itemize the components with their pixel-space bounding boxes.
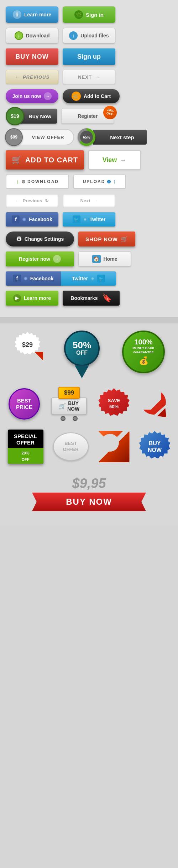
arrow-right-icon: → [95,74,100,80]
view-offer-wrap[interactable]: $99 VIEW OFFER [6,129,74,145]
special-offer-badge: SPECIALOFFER 20%OFF [8,430,43,464]
buy-now-ribbon[interactable]: BUY NOW [32,493,146,511]
twitter-button[interactable]: 🐦 Twitter [63,212,115,227]
facebook-button[interactable]: f Facebook [6,212,58,227]
progress-circle: 65% [78,128,95,146]
facebook-combo-part[interactable]: f Facebook [6,271,61,286]
previous-flat-button[interactable]: ← Previous ↻ [6,194,58,207]
indicator-dot-blue [107,180,111,183]
facebook-combo-icon: f [13,275,21,282]
red-arrow-decoration [141,390,169,418]
bookmark-ribbon-icon: 🔖 [102,293,112,303]
arrow-left-icon: ← [15,74,20,80]
leaf-icon: 🌿 [74,10,83,19]
money-back-badge: 100% MONEY BACKGUARANTEE 💰 [122,331,165,373]
facebook-twitter-combo[interactable]: f Facebook Twitter 🐦 [6,271,116,286]
bookmarks-button[interactable]: Bookmarks 🔖 [63,291,120,306]
big-price-section: $9,95 BUY NOW [6,472,172,518]
indicator-dot [22,180,25,183]
view-offer-label: VIEW OFFER [23,135,73,140]
fifty-off-badge: 50% OFF [62,331,101,378]
best-price-badge: BEST PRICE [9,388,40,420]
register-wrap: Register 20%OFF [61,109,114,124]
arrow-view-icon: → [120,156,127,164]
price-badge: $19 [6,107,24,125]
cart-icon: 🛒 [72,92,81,101]
shop-now-button[interactable]: SHOP NOW 🛒 [78,232,135,246]
price-99-buy-wrap: $99 🛒 BUYNOW [51,387,87,421]
info-icon: ℹ [13,10,21,19]
price-circle: $99 [5,128,23,146]
best-offer-badge: BEST OFFER [53,432,89,461]
dot-indicator-fb2 [24,277,27,280]
learn-more-green-button[interactable]: ▶ Learn more [6,291,58,306]
twitter-icon: 🐦 [73,215,80,223]
gear-icon: ⚙ [16,235,22,243]
facebook-icon: f [12,215,20,223]
up-arrow-icon: ↑ [113,178,116,185]
upload-button[interactable]: ↑ Upload files [63,28,115,43]
sign-in-button[interactable]: 🌿 Sign in [63,6,115,23]
home-icon: 🏠 [92,255,101,263]
dot-indicator-tw [83,218,87,221]
add-to-cart-dark-button[interactable]: 🛒 Add to Cart [63,89,120,103]
price-buy-wrap: $19 Buy Now [6,108,57,124]
section-divider [0,317,178,323]
buy-now-red-button[interactable]: BUY NOW [6,48,58,65]
price-29-badge: $29 [13,331,42,359]
arrow-icon: → [44,92,52,100]
pin-pointer [75,365,89,378]
add-to-cart-red-button[interactable]: 🛒 ADD TO CART [6,150,84,170]
play-icon: ▶ [13,294,21,302]
red-corner [35,352,43,360]
sign-up-button[interactable]: Sign up [63,48,115,65]
refresh-icon: ↻ [45,198,49,203]
register-now-button[interactable]: Register now → [6,251,74,266]
buy-now-button[interactable]: Buy Now [20,109,57,124]
upload-icon: ↑ [69,31,78,40]
left-arrow-icon: ← [15,198,20,203]
learn-more-button[interactable]: ℹ Learn more [6,6,58,23]
download-flat-button[interactable]: ↓ DOWNLOAD [6,175,69,189]
twitter-combo-part[interactable]: Twitter 🐦 [61,271,116,286]
previous-button[interactable]: ← PREVIOUS [6,70,58,84]
download-button[interactable]: ↓ Download [6,28,58,43]
down-arrow-icon: ↓ [16,178,20,185]
next-step-label: Next step [93,130,147,145]
home-button[interactable]: 🏠 Home [78,251,131,266]
twitter-combo-icon: 🐦 [97,275,105,282]
change-settings-button[interactable]: ⚙ Change Settings [6,232,74,246]
next-flat-button[interactable]: Next → [63,194,115,207]
upload-flat-button[interactable]: UPLOAD ↑ [73,175,126,189]
dot-indicator-tw2 [91,277,94,280]
right-arrow-icon: → [93,198,98,203]
buy-now-blue-badge: BUY NOW [139,431,171,462]
arrow-register-icon: → [53,255,61,263]
dot-indicator [22,218,26,221]
badges-section: $29 50% OFF 100% MONEY BACKGUARANTEE 💰 B… [0,323,178,525]
join-us-button[interactable]: Join us now → [6,89,58,103]
save-50-badge: SAVE 50% [98,388,130,420]
download-icon: ↓ [15,31,23,40]
cart-icon-red: 🛒 [12,155,22,165]
next-button[interactable]: NEXT → [63,70,115,84]
view-button[interactable]: View → [88,150,141,170]
red-fan-decoration [98,431,130,462]
cart-icon-shop: 🛒 [121,236,128,243]
next-step-wrap[interactable]: 65% Next step [78,129,147,145]
big-price: $9,95 [72,476,106,491]
